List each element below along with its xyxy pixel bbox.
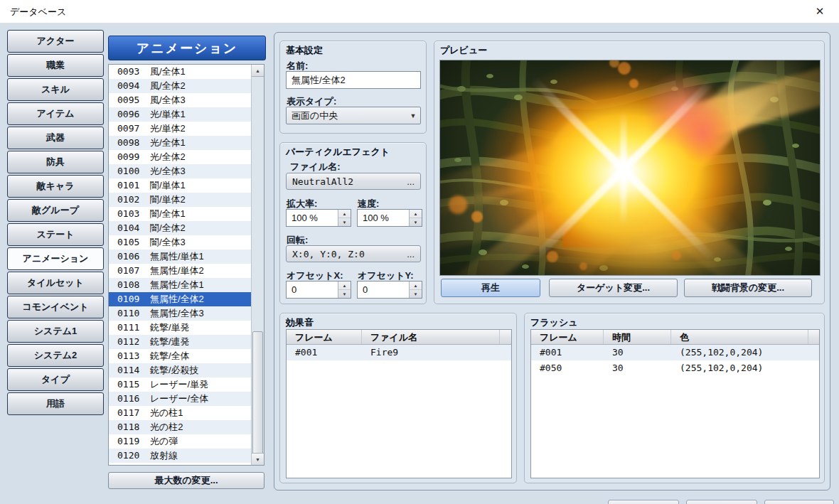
spin-up-icon[interactable]: ▲: [338, 282, 351, 290]
table-header-row: フレーム ファイル名: [287, 330, 511, 345]
sidebar-tab[interactable]: タイプ: [7, 368, 104, 391]
ellipsis-icon: ...: [407, 176, 415, 187]
list-item[interactable]: 0095 風/全体3: [109, 93, 252, 107]
sidebar-tab[interactable]: システム1: [7, 320, 104, 343]
rotation-value: X:0, Y:0, Z:0: [292, 249, 407, 259]
spin-down-icon[interactable]: ▼: [338, 218, 351, 226]
file-name-button[interactable]: NeutralAll2 ...: [286, 173, 421, 190]
sidebar-tab[interactable]: アクター: [7, 30, 104, 53]
column-header-color[interactable]: 色: [671, 330, 808, 344]
list-item[interactable]: 0112 銃撃/連発: [109, 335, 252, 349]
list-item[interactable]: 0108 無属性/全体1: [109, 278, 252, 292]
sidebar-tab[interactable]: 用語: [7, 392, 104, 415]
list-item[interactable]: 0104 闇/全体2: [109, 221, 252, 235]
list-item[interactable]: 0118 光の柱2: [109, 420, 252, 434]
sidebar-tab[interactable]: 敵グループ: [7, 199, 104, 222]
list-item[interactable]: 0119 光の弾: [109, 434, 252, 449]
spin-up-icon[interactable]: ▲: [410, 210, 422, 218]
list-item-name: 闇/単体2: [150, 193, 186, 207]
sidebar-tab[interactable]: スキル: [7, 78, 104, 101]
offset-x-value: 0: [287, 282, 338, 298]
list-scrollbar[interactable]: ▲ ▼: [251, 65, 264, 465]
spin-down-icon[interactable]: ▼: [410, 218, 422, 226]
scale-stepper[interactable]: 100 % ▲▼: [286, 209, 351, 227]
sidebar-tab[interactable]: 敵キャラ: [7, 175, 104, 198]
rotation-button[interactable]: X:0, Y:0, Z:0 ...: [286, 245, 421, 262]
sidebar-tab-label: タイルセット: [27, 277, 84, 289]
column-header-time[interactable]: 時間: [604, 330, 671, 344]
list-item[interactable]: 0106 無属性/単体1: [109, 250, 252, 264]
sidebar-tab[interactable]: コモンイベント: [7, 296, 104, 318]
table-row[interactable]: #050 30 (255,102,0,204): [531, 360, 819, 376]
list-item[interactable]: 0120 放射線: [109, 449, 252, 463]
list-item[interactable]: 0101 闇/単体1: [109, 178, 252, 193]
scrollbar-thumb[interactable]: [252, 331, 263, 455]
name-field[interactable]: 無属性/全体2: [286, 71, 421, 89]
cell-color: (255,102,0,204): [671, 345, 819, 360]
sidebar-tab[interactable]: タイルセット: [7, 272, 104, 294]
list-item-id: 0099: [117, 150, 144, 164]
column-header-frame[interactable]: フレーム: [287, 330, 362, 344]
list-item[interactable]: 0117 光の柱1: [109, 406, 252, 420]
scrollbar-down-icon[interactable]: ▼: [252, 453, 264, 465]
list-item[interactable]: 0093 風/全体1: [109, 65, 252, 79]
list-item[interactable]: 0111 銃撃/単発: [109, 321, 252, 335]
offset-y-value: 0: [358, 282, 409, 298]
animation-list-rows: 0093 風/全体1 0094 風/全体2 0095 風/全体3 0096 光/…: [109, 65, 252, 465]
column-header-filename[interactable]: ファイル名: [362, 330, 500, 344]
cell-time: 30: [604, 360, 671, 376]
list-item[interactable]: 0115 レーザー/単発: [109, 377, 252, 392]
scrollbar-up-icon[interactable]: ▲: [252, 65, 264, 77]
speed-stepper[interactable]: 100 % ▲▼: [357, 209, 422, 227]
list-item[interactable]: 0116 レーザー/全体: [109, 392, 252, 406]
table-row[interactable]: #001 Fire9: [287, 345, 511, 360]
list-item-id: 0095: [117, 93, 144, 107]
sidebar-tab[interactable]: ステート: [7, 223, 104, 246]
change-battle-background-button[interactable]: 戦闘背景の変更...: [684, 279, 812, 297]
list-item[interactable]: 0114 銃撃/必殺技: [109, 363, 252, 377]
spin-down-icon[interactable]: ▼: [338, 290, 351, 298]
list-item[interactable]: 0094 風/全体2: [109, 79, 252, 93]
speed-value: 100 %: [358, 210, 409, 226]
sidebar-tab[interactable]: 防具: [7, 151, 104, 173]
list-item[interactable]: 0110 無属性/全体3: [109, 306, 252, 321]
list-item[interactable]: 0105 闇/全体3: [109, 235, 252, 250]
sidebar-tab[interactable]: アイテム: [7, 102, 104, 125]
list-item-id: 0102: [117, 193, 144, 207]
list-item[interactable]: 0097 光/単体2: [109, 122, 252, 136]
dialog-bottom-button[interactable]: [686, 500, 757, 504]
spin-up-icon[interactable]: ▲: [338, 210, 351, 218]
dialog-bottom-button[interactable]: [764, 500, 834, 504]
sidebar-tab-label: 職業: [46, 59, 65, 72]
sidebar-tab-label: 敵グループ: [32, 204, 79, 217]
sidebar-tab[interactable]: システム2: [7, 344, 104, 367]
list-item[interactable]: 0109 無属性/全体2: [109, 292, 252, 306]
list-item[interactable]: 0100 光/全体3: [109, 164, 252, 178]
table-row[interactable]: #001 30 (255,102,0,204): [531, 345, 819, 360]
list-item[interactable]: 0103 闇/全体1: [109, 207, 252, 221]
dialog-bottom-button[interactable]: [608, 500, 679, 504]
list-item-id: 0093: [117, 65, 144, 79]
sidebar-tab[interactable]: 職業: [7, 54, 104, 77]
change-target-button[interactable]: ターゲット変更...: [549, 279, 678, 297]
change-maximum-button[interactable]: 最大数の変更...: [108, 472, 264, 489]
list-item[interactable]: 0102 闇/単体2: [109, 193, 252, 207]
close-icon[interactable]: ✕: [809, 4, 830, 19]
spin-up-icon[interactable]: ▲: [410, 282, 422, 290]
sidebar-tab-label: アクター: [37, 35, 75, 48]
list-item-id: 0096: [117, 107, 144, 122]
column-header-frame[interactable]: フレーム: [531, 330, 604, 344]
play-button[interactable]: 再生: [441, 279, 540, 297]
list-item[interactable]: 0107 無属性/単体2: [109, 264, 252, 278]
display-type-select[interactable]: 画面の中央 ▼: [286, 107, 421, 124]
list-item[interactable]: 0098 光/全体1: [109, 136, 252, 150]
list-item[interactable]: 0096 光/単体1: [109, 107, 252, 122]
offset-x-stepper[interactable]: 0 ▲▼: [286, 281, 351, 299]
sidebar-tab[interactable]: 武器: [7, 127, 104, 149]
offset-y-stepper[interactable]: 0 ▲▼: [357, 281, 422, 299]
list-item[interactable]: 0099 光/全体2: [109, 150, 252, 164]
cell-frame: #001: [531, 345, 604, 360]
spin-down-icon[interactable]: ▼: [410, 290, 422, 298]
list-item[interactable]: 0113 銃撃/全体: [109, 349, 252, 363]
sidebar-tab[interactable]: アニメーション: [7, 247, 104, 270]
